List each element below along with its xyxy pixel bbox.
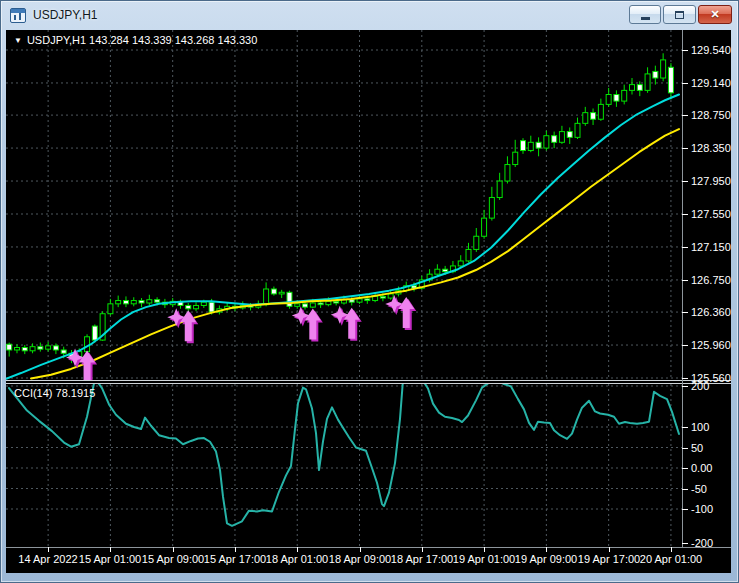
cci-tick-label: 100	[691, 421, 709, 433]
chart-dropdown-icon[interactable]: ▼	[14, 36, 22, 45]
candle	[614, 90, 619, 106]
price-axis-tick	[682, 115, 688, 116]
price-tick-label: 128.350	[691, 142, 731, 154]
candle	[567, 127, 572, 143]
candle	[131, 297, 136, 306]
candle	[474, 228, 479, 252]
cci-axis-tick	[682, 543, 688, 544]
minimize-button[interactable]	[629, 5, 661, 24]
candle	[466, 243, 471, 263]
restore-button[interactable]	[663, 5, 696, 24]
candle	[123, 296, 128, 307]
chart-window-icon	[10, 8, 26, 23]
price-axis-tick	[682, 312, 688, 313]
chart-window: USDJPY,H1 ✕ ▼USDJPY,H1 143.284 143.339 1…	[0, 0, 739, 583]
candle	[591, 109, 596, 125]
price-tick-label: 127.950	[691, 175, 731, 187]
candle	[264, 282, 269, 306]
close-icon: ✕	[710, 9, 719, 20]
cci-axis-tick	[682, 448, 688, 449]
time-tick-label: 18 Apr 09:00	[329, 553, 391, 565]
price-tick-label: 127.550	[691, 208, 731, 220]
cci-tick-label: -200	[691, 537, 713, 549]
cci-indicator-pane[interactable]	[6, 384, 682, 547]
time-axis-line	[6, 547, 731, 548]
time-tick-label: 15 Apr 01:00	[79, 553, 141, 565]
candle	[622, 85, 627, 105]
cci-axis-tick	[682, 489, 688, 490]
candle	[505, 156, 510, 183]
cci-tick-label: 200	[691, 380, 709, 392]
time-axis-tick	[110, 547, 111, 552]
candle	[637, 81, 642, 96]
price-axis-tick	[682, 345, 688, 346]
time-axis-tick	[48, 547, 49, 552]
buy-signal-arrow	[331, 306, 362, 341]
price-tick-label: 129.140	[691, 77, 731, 89]
time-axis-tick	[297, 547, 298, 552]
candle	[194, 302, 199, 311]
price-tick-label: 126.360	[691, 306, 731, 318]
candle	[458, 255, 463, 267]
candle	[668, 63, 673, 99]
candle	[108, 299, 113, 315]
cci-tick-label: -100	[691, 503, 713, 515]
price-axis-tick	[682, 83, 688, 84]
price-axis-tick	[682, 148, 688, 149]
price-axis-tick	[682, 50, 688, 51]
time-tick-label: 18 Apr 17:00	[391, 553, 453, 565]
candle	[606, 88, 611, 107]
time-tick-label: 14 Apr 2022	[18, 553, 77, 565]
price-axis-tick	[682, 247, 688, 248]
candle	[30, 343, 35, 353]
candle	[575, 118, 580, 139]
price-tick-label: 125.960	[691, 339, 731, 351]
candle	[497, 173, 502, 200]
time-tick-label: 15 Apr 17:00	[204, 553, 266, 565]
restore-icon	[675, 11, 684, 19]
time-axis-tick	[173, 547, 174, 552]
candle	[521, 138, 526, 154]
candle	[279, 290, 284, 298]
candle	[645, 67, 650, 93]
candle	[536, 137, 541, 156]
price-axis-line	[682, 30, 683, 547]
cci-axis-tick	[682, 468, 688, 469]
candle	[489, 187, 494, 221]
time-axis-tick	[671, 547, 672, 552]
price-axis-tick	[682, 214, 688, 215]
title-bar[interactable]: USDJPY,H1 ✕	[1, 1, 738, 30]
time-tick-label: 20 Apr 01:00	[640, 553, 702, 565]
candle	[559, 126, 564, 144]
candle	[22, 345, 27, 354]
candle	[528, 136, 533, 152]
chart-info-line: ▼USDJPY,H1 143.284 143.339 143.268 143.3…	[14, 34, 257, 46]
close-button[interactable]: ✕	[698, 5, 732, 24]
buy-signal-arrow	[385, 295, 416, 330]
time-axis-tick	[484, 547, 485, 552]
cci-line	[9, 384, 679, 526]
candle	[661, 53, 666, 81]
minimize-icon	[641, 17, 650, 20]
cci-tick-label: 0.00	[691, 462, 712, 474]
time-tick-label: 18 Apr 01:00	[266, 553, 328, 565]
time-axis-tick	[360, 547, 361, 552]
cci-tick-label: -50	[691, 483, 707, 495]
candle	[544, 131, 549, 151]
window-title: USDJPY,H1	[33, 8, 97, 22]
candle	[147, 295, 152, 306]
time-axis-tick	[235, 547, 236, 552]
cci-axis-tick	[682, 386, 688, 387]
candle	[598, 99, 603, 121]
price-chart-pane[interactable]	[6, 30, 682, 380]
candle	[513, 140, 518, 167]
price-tick-label: 127.150	[691, 241, 731, 253]
candle	[552, 132, 557, 148]
time-tick-label: 19 Apr 09:00	[515, 553, 577, 565]
price-axis-tick	[682, 280, 688, 281]
time-tick-label: 19 Apr 17:00	[578, 553, 640, 565]
time-axis-tick	[546, 547, 547, 552]
cci-tick-label: 50	[691, 442, 703, 454]
cci-axis-tick	[682, 509, 688, 510]
cci-indicator-label: CCI(14) 78.1915	[14, 387, 95, 399]
